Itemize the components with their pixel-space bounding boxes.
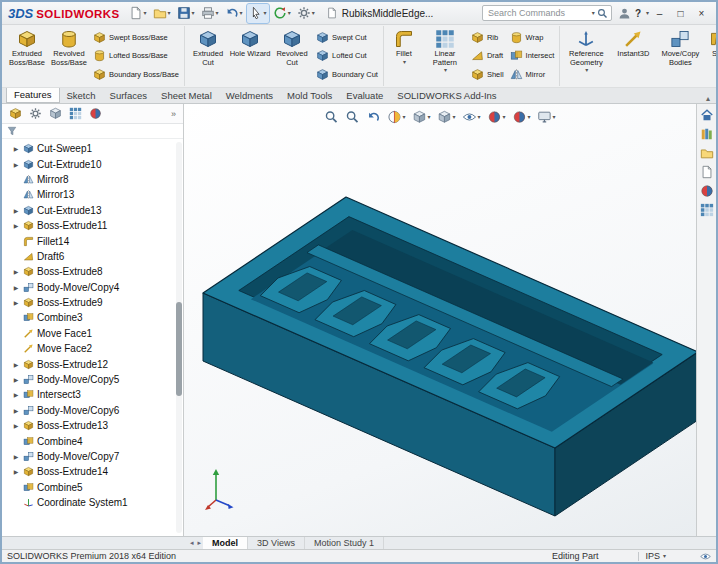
caret-down-icon[interactable]: ▾ [403, 59, 406, 65]
swept-cut-button[interactable]: Swept Cut [314, 29, 380, 46]
tree-expand-arrow-icon[interactable]: ▶ [12, 161, 20, 168]
split-button[interactable]: Split [704, 26, 716, 86]
shell-button[interactable]: Shell [469, 66, 506, 83]
tab-sheet-metal[interactable]: Sheet Metal [154, 89, 219, 103]
caret-down-icon[interactable]: ▾ [503, 114, 506, 120]
tree-expand-arrow-icon[interactable]: ▶ [12, 391, 20, 398]
display-style-button[interactable]: ▾ [436, 109, 456, 125]
featuremanager-tree-icon[interactable] [9, 107, 22, 120]
configurationmanager-icon[interactable] [49, 107, 62, 120]
tab-mold-tools[interactable]: Mold Tools [280, 89, 339, 103]
edit-appearance-button[interactable]: ▾ [487, 109, 507, 125]
tree-expand-arrow-icon[interactable]: ▶ [12, 207, 20, 214]
mirror-button[interactable]: Mirror [508, 66, 557, 83]
caret-down-icon[interactable]: ▾ [444, 67, 447, 73]
hide-show-items-button[interactable]: ▾ [461, 109, 481, 125]
tree-item[interactable]: Mirror8 [2, 172, 183, 187]
caret-down-icon[interactable]: ▾ [402, 114, 405, 120]
tree-item[interactable]: ▶Boss-Extrude8 [2, 264, 183, 279]
zoom-fit-button[interactable] [323, 109, 339, 125]
rib-button[interactable]: Rib [469, 29, 506, 46]
intersect-button[interactable]: Intersect [508, 47, 557, 64]
close-button[interactable]: × [691, 5, 712, 22]
view-orientation-button[interactable]: ▾ [411, 109, 431, 125]
appearances-icon[interactable] [700, 184, 714, 198]
lofted-cut-button[interactable]: Lofted Cut [314, 47, 380, 64]
tree-expand-arrow-icon[interactable]: ▶ [12, 145, 20, 152]
lofted-boss-base-button[interactable]: Lofted Boss/Base [91, 47, 181, 64]
tree-item[interactable]: ▶Body-Move/Copy5 [2, 372, 183, 387]
caret-down-icon[interactable]: ▾ [240, 10, 243, 16]
tab-scroll-right-icon[interactable]: ▸ [196, 537, 204, 549]
apply-scene-button[interactable]: ▾ [512, 109, 532, 125]
tab-evaluate[interactable]: Evaluate [339, 89, 390, 103]
tree-item[interactable]: ▶Boss-Extrude11 [2, 218, 183, 233]
tree-expand-arrow-icon[interactable]: ▶ [12, 268, 20, 275]
tree-item[interactable]: ▶Body-Move/Copy4 [2, 280, 183, 295]
propertymanager-icon[interactable] [29, 107, 42, 120]
extruded-cut-button[interactable]: Extruded Cut [187, 26, 229, 86]
tree-item[interactable]: ▶Cut-Extrude13 [2, 203, 183, 218]
tab-model[interactable]: Model [203, 537, 248, 549]
move-copy-bodies-button[interactable]: Move/Copy Bodies [656, 26, 704, 86]
tree-expand-arrow-icon[interactable]: ▶ [12, 453, 20, 460]
hole-wizard-button[interactable]: Hole Wizard [229, 26, 271, 86]
tree-expand-arrow-icon[interactable]: ▶ [12, 222, 20, 229]
status-options-icon[interactable] [700, 551, 711, 562]
caret-down-icon[interactable]: ▾ [528, 114, 531, 120]
tree-scrollbar[interactable] [176, 142, 182, 533]
linear-pattern-button[interactable]: Linear Pattern ▾ [422, 26, 468, 86]
custom-properties-icon[interactable] [700, 203, 714, 217]
swept-boss-base-button[interactable]: Swept Boss/Base [91, 29, 181, 46]
minimize-button[interactable]: – [649, 5, 670, 22]
tree-item[interactable]: ▶Boss-Extrude13 [2, 418, 183, 433]
design-library-icon[interactable] [700, 127, 714, 141]
dimxpertmanager-icon[interactable] [69, 107, 82, 120]
rebuild-button[interactable]: ▾ [271, 4, 293, 23]
tree-item[interactable]: ▶Cut-Sweep1 [2, 141, 183, 156]
previous-view-button[interactable] [365, 109, 381, 125]
select-button[interactable]: ▾ [247, 4, 269, 23]
units-caret-icon[interactable]: ▾ [663, 553, 666, 559]
undo-button[interactable]: ▾ [223, 4, 245, 23]
caret-down-icon[interactable]: ▾ [288, 10, 291, 16]
wrap-button[interactable]: Wrap [508, 29, 557, 46]
units-selector[interactable]: IPS ▾ [645, 551, 694, 561]
file-explorer-icon[interactable] [700, 146, 714, 160]
caret-down-icon[interactable]: ▾ [427, 114, 430, 120]
search-icon[interactable] [597, 8, 608, 19]
tab-motion-study-1[interactable]: Motion Study 1 [305, 537, 384, 549]
new-document-button[interactable]: ▾ [127, 4, 149, 23]
tree-expand-arrow-icon[interactable]: ▶ [12, 299, 20, 306]
tree-expand-arrow-icon[interactable]: ▶ [12, 376, 20, 383]
caret-down-icon[interactable]: ▾ [585, 67, 588, 73]
tab-features[interactable]: Features [6, 88, 60, 103]
fillet-button[interactable]: Fillet ▾ [386, 26, 422, 86]
tree-expand-arrow-icon[interactable]: ▶ [12, 407, 20, 414]
caret-down-icon[interactable]: ▾ [264, 10, 267, 16]
tree-item[interactable]: ▶Boss-Extrude12 [2, 356, 183, 371]
caret-down-icon[interactable]: ▾ [477, 114, 480, 120]
maximize-button[interactable]: □ [670, 5, 691, 22]
options-button[interactable]: ▾ [295, 4, 317, 23]
tab-surfaces[interactable]: Surfaces [103, 89, 155, 103]
draft-button[interactable]: Draft [469, 47, 506, 64]
tree-item[interactable]: Move Face2 [2, 341, 183, 356]
caret-down-icon[interactable]: ▾ [553, 114, 556, 120]
tab-sketch[interactable]: Sketch [60, 89, 103, 103]
tree-item[interactable]: ▶Boss-Extrude9 [2, 295, 183, 310]
tree-item[interactable]: Fillet14 [2, 233, 183, 248]
caret-down-icon[interactable]: ▾ [312, 10, 315, 16]
tree-item[interactable]: ▶Cut-Extrude10 [2, 156, 183, 171]
caret-down-icon[interactable]: ▾ [452, 114, 455, 120]
caret-down-icon[interactable]: ▾ [192, 10, 195, 16]
solidworks-resources-icon[interactable] [700, 108, 714, 122]
save-button[interactable]: ▾ [175, 4, 197, 23]
tree-item[interactable]: ▶Boss-Extrude14 [2, 464, 183, 479]
tree-item[interactable]: Combine4 [2, 433, 183, 448]
caret-down-icon[interactable]: ▾ [168, 10, 171, 16]
user-icon[interactable] [618, 7, 631, 20]
print-button[interactable]: ▾ [199, 4, 221, 23]
displaymanager-icon[interactable] [89, 107, 102, 120]
tree-item[interactable]: Move Face1 [2, 326, 183, 341]
